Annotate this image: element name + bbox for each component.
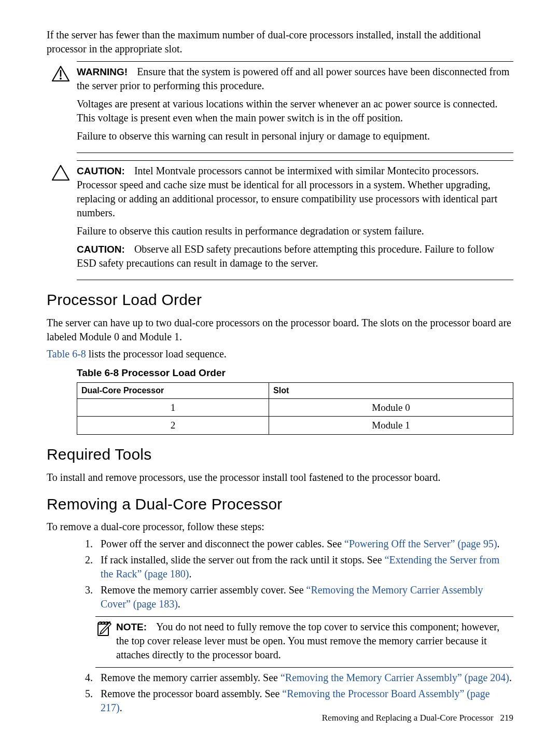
warning-icon <box>52 65 75 81</box>
list-item: Remove the processor board assembly. See… <box>95 687 513 715</box>
link-powering-off[interactable]: “Powering Off the Server” (page 95) <box>344 538 497 549</box>
list-item: Remove the memory carrier assembly cover… <box>95 583 513 611</box>
note-text: NOTE:You do not need to fully remove the… <box>116 620 513 662</box>
warning-text-1: WARNING!Ensure that the system is powere… <box>77 65 513 93</box>
note-label: NOTE: <box>116 621 147 632</box>
divider <box>77 61 513 62</box>
table-cell: Module 0 <box>269 398 513 417</box>
caution1-text-2: Failure to observe this caution results … <box>77 224 513 238</box>
divider <box>95 667 513 668</box>
caution2-text-1: CAUTION:Observe all ESD safety precautio… <box>77 242 513 270</box>
link-removing-carrier[interactable]: “Removing the Memory Carrier Assembly” (… <box>281 672 509 683</box>
table-cell: 1 <box>77 398 269 417</box>
divider <box>95 616 513 617</box>
table-reference-link[interactable]: Table 6-8 <box>47 348 86 360</box>
required-tools-paragraph: To install and remove processors, use th… <box>47 471 513 485</box>
table-row: 2 Module 1 <box>77 417 513 435</box>
svg-point-2 <box>60 78 62 80</box>
divider <box>77 280 513 280</box>
caution-label: CAUTION: <box>77 244 125 255</box>
warning-callout: WARNING!Ensure that the system is powere… <box>52 65 513 147</box>
intro-paragraph: If the server has fewer than the maximum… <box>47 28 513 56</box>
removal-steps-list: Power off the server and disconnect the … <box>77 537 513 611</box>
caution-icon <box>52 164 75 181</box>
footer-title: Removing and Replacing a Dual-Core Proce… <box>322 713 494 723</box>
note-callout: NOTE:You do not need to fully remove the… <box>95 620 513 662</box>
table-header-slot: Slot <box>269 383 513 399</box>
section-removing-processor: Removing a Dual-Core Processor <box>47 494 513 515</box>
table-row: 1 Module 0 <box>77 398 513 417</box>
section-processor-load-order: Processor Load Order <box>47 289 513 311</box>
page-number: 219 <box>500 713 514 723</box>
section-required-tools: Required Tools <box>47 444 513 465</box>
warning-text-2: Voltages are present at various location… <box>77 97 513 125</box>
removal-steps-list-continued: Remove the memory carrier assembly. See … <box>77 671 513 715</box>
list-item: Power off the server and disconnect the … <box>95 537 513 551</box>
caution-callout: CAUTION:Intel Montvale processors cannot… <box>52 164 513 274</box>
warning-text-3: Failure to observe this warning can resu… <box>77 129 513 143</box>
load-order-paragraph-2: Table 6-8 lists the processor load seque… <box>47 347 513 361</box>
caution1-text-1: CAUTION:Intel Montvale processors cannot… <box>77 164 513 220</box>
table-title: Table 6-8 Processor Load Order <box>77 366 513 380</box>
divider <box>77 153 513 153</box>
divider <box>77 160 513 161</box>
warning-label: WARNING! <box>77 66 128 77</box>
svg-marker-3 <box>52 165 69 180</box>
removing-intro-paragraph: To remove a dual-core processor, follow … <box>47 520 513 534</box>
list-item: Remove the memory carrier assembly. See … <box>95 671 513 685</box>
table-cell: Module 1 <box>269 417 513 435</box>
load-order-paragraph-1: The server can have up to two dual-core … <box>47 316 513 344</box>
table-header-processor: Dual-Core Processor <box>77 383 269 399</box>
note-icon <box>95 620 116 638</box>
page-footer: Removing and Replacing a Dual-Core Proce… <box>322 712 513 724</box>
list-item: If rack installed, slide the server out … <box>95 553 513 581</box>
table-cell: 2 <box>77 417 269 435</box>
caution-label: CAUTION: <box>77 165 125 176</box>
processor-load-order-table: Dual-Core Processor Slot 1 Module 0 2 Mo… <box>77 382 513 435</box>
